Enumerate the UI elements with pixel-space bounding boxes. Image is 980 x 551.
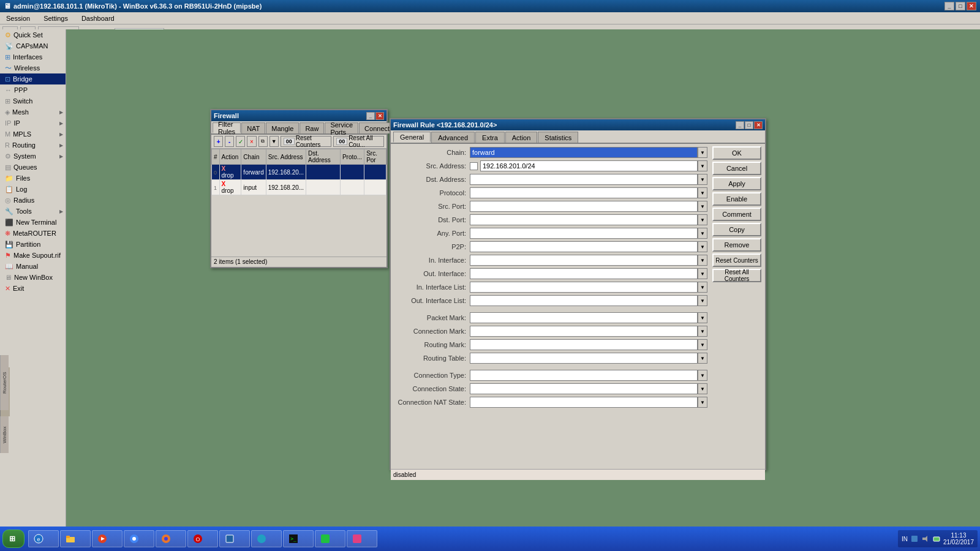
table-row[interactable]: 0 X drop forward 192.168.20...	[212, 165, 386, 180]
sidebar-item-terminal[interactable]: ⬛ New Terminal	[0, 217, 66, 228]
sidebar-item-interfaces[interactable]: ⊞ Interfaces	[0, 51, 66, 62]
sidebar-item-newwinbox[interactable]: 🖥 New WinBox	[0, 272, 66, 283]
sidebar-item-switch[interactable]: ⊞ Switch	[0, 96, 66, 107]
out-interface-list-input[interactable]	[470, 295, 698, 306]
firewall-close-btn[interactable]: ✕	[375, 112, 384, 120]
tab-raw[interactable]: Raw	[300, 122, 324, 133]
dst-address-dropdown-btn[interactable]: ▼	[698, 174, 707, 185]
packet-mark-input[interactable]	[470, 312, 698, 323]
taskbar-player[interactable]	[92, 530, 123, 547]
fw-copy-btn[interactable]: ⧉	[258, 136, 268, 147]
sidebar-item-radius[interactable]: ◎ Radius	[0, 195, 66, 206]
comment-button[interactable]: Comment	[712, 208, 761, 221]
fw-reset-counters-btn[interactable]: 00 Reset Counters	[281, 136, 331, 147]
fw-filter-btn[interactable]: ▼	[270, 136, 279, 147]
fw-rule-close-btn[interactable]: ✕	[754, 121, 763, 129]
minimize-button[interactable]: _	[944, 2, 954, 10]
in-interface-dropdown-btn[interactable]: ▼	[698, 255, 707, 266]
sidebar-item-queues[interactable]: ▤ Queues	[0, 162, 66, 173]
in-interface-input[interactable]	[470, 255, 698, 266]
menu-session[interactable]: Session	[2, 14, 34, 23]
start-button[interactable]: ⊞	[2, 530, 24, 548]
fw-rule-minimize-btn[interactable]: _	[736, 121, 744, 129]
sidebar-item-ppp[interactable]: ↔ PPP	[0, 84, 66, 96]
protocol-dropdown-btn[interactable]: ▼	[698, 187, 707, 198]
table-row[interactable]: 1 X drop input 192.168.20...	[212, 180, 386, 195]
firewall-minimize-btn[interactable]: _	[366, 112, 375, 120]
routing-table-dropdown-btn[interactable]: ▼	[698, 353, 707, 364]
any-port-input[interactable]	[470, 228, 698, 239]
sidebar-item-routing[interactable]: R Routing ▶	[0, 140, 66, 151]
connection-state-dropdown-btn[interactable]: ▼	[698, 383, 707, 394]
taskbar-terminal[interactable]: >_	[283, 530, 314, 547]
sidebar-item-bridge[interactable]: ⊡ Bridge	[0, 73, 66, 84]
sidebar-item-files[interactable]: 📁 Files	[0, 173, 66, 184]
enable-button[interactable]: Enable	[712, 192, 761, 206]
chain-input[interactable]	[470, 147, 698, 158]
dst-address-input[interactable]	[470, 174, 698, 185]
sidebar-item-partition[interactable]: 💾 Partition	[0, 239, 66, 250]
connection-state-input[interactable]	[470, 383, 698, 394]
p2p-dropdown-btn[interactable]: ▼	[698, 241, 707, 252]
packet-mark-dropdown-btn[interactable]: ▼	[698, 312, 707, 323]
copy-button[interactable]: Copy	[712, 223, 761, 236]
dst-port-input[interactable]	[470, 214, 698, 225]
rule-tab-statistics[interactable]: Statistics	[538, 132, 578, 143]
fw-reset-all-btn[interactable]: 00 Reset All Cou...	[333, 136, 384, 147]
connection-mark-dropdown-btn[interactable]: ▼	[698, 326, 707, 337]
sidebar-item-log[interactable]: 📋 Log	[0, 184, 66, 195]
taskbar-folder[interactable]	[60, 530, 91, 547]
p2p-input[interactable]	[470, 241, 698, 252]
in-interface-list-input[interactable]	[470, 282, 698, 293]
src-address-checkbox[interactable]	[470, 162, 478, 170]
sidebar-item-capsman[interactable]: 📡 CAPsMAN	[0, 40, 66, 51]
rule-tab-extra[interactable]: Extra	[475, 132, 505, 143]
sidebar-item-exit[interactable]: ✕ Exit	[0, 283, 66, 294]
connection-mark-input[interactable]	[470, 326, 698, 337]
tab-service-ports[interactable]: Service Ports	[325, 122, 358, 133]
tab-nat[interactable]: NAT	[241, 122, 265, 133]
sidebar-item-supout[interactable]: ⚑ Make Supout.rif	[0, 250, 66, 261]
sidebar-item-metarouter[interactable]: ❋ MetaROUTER	[0, 228, 66, 239]
reset-counters-button[interactable]: Reset Counters	[712, 253, 761, 267]
src-port-input[interactable]	[470, 201, 698, 212]
taskbar-paint[interactable]	[347, 530, 377, 547]
sidebar-item-mpls[interactable]: M MPLS ▶	[0, 129, 66, 140]
fw-disable-btn[interactable]: ×	[247, 136, 256, 147]
taskbar-ie[interactable]: e	[28, 530, 59, 547]
routing-mark-input[interactable]	[470, 339, 698, 350]
remove-button[interactable]: Remove	[712, 238, 761, 252]
taskbar-firefox[interactable]	[156, 530, 186, 547]
reset-all-counters-button[interactable]: Reset All Counters	[712, 269, 761, 282]
taskbar-winbox[interactable]	[219, 530, 250, 547]
taskbar-app1[interactable]	[251, 530, 282, 547]
out-interface-list-dropdown-btn[interactable]: ▼	[698, 295, 707, 306]
src-address-input[interactable]	[480, 160, 698, 171]
connection-type-dropdown-btn[interactable]: ▼	[698, 370, 707, 381]
taskbar-chrome[interactable]	[124, 530, 154, 547]
routing-table-input[interactable]	[470, 353, 698, 364]
tab-mangle[interactable]: Mangle	[266, 122, 299, 133]
sidebar-item-tools[interactable]: 🔧 Tools ▶	[0, 206, 66, 217]
sidebar-item-quickset[interactable]: ⚙ Quick Set	[0, 29, 66, 40]
connection-type-input[interactable]	[470, 370, 698, 381]
out-interface-input[interactable]	[470, 268, 698, 279]
taskbar-opera[interactable]: O	[187, 530, 218, 547]
tab-filter-rules[interactable]: Filter Rules	[213, 122, 241, 133]
sidebar-item-wireless[interactable]: 〜 Wireless	[0, 62, 66, 73]
cancel-button[interactable]: Cancel	[712, 162, 761, 175]
sidebar-item-mesh[interactable]: ◈ Mesh ▶	[0, 107, 66, 118]
fw-enable-btn[interactable]: ✓	[236, 136, 245, 147]
fw-add-btn[interactable]: +	[214, 136, 223, 147]
connection-nat-state-dropdown-btn[interactable]: ▼	[698, 397, 707, 408]
rule-tab-general[interactable]: General	[393, 132, 431, 143]
dst-port-dropdown-btn[interactable]: ▼	[698, 214, 707, 225]
rule-tab-advanced[interactable]: Advanced	[431, 132, 475, 143]
sidebar-item-ip[interactable]: IP IP ▶	[0, 118, 66, 129]
taskbar-app2[interactable]	[315, 530, 345, 547]
in-interface-list-dropdown-btn[interactable]: ▼	[698, 282, 707, 293]
fw-rule-maximize-btn[interactable]: □	[745, 121, 753, 129]
src-port-dropdown-btn[interactable]: ▼	[698, 201, 707, 212]
routing-mark-dropdown-btn[interactable]: ▼	[698, 339, 707, 350]
maximize-button[interactable]: □	[956, 2, 965, 10]
